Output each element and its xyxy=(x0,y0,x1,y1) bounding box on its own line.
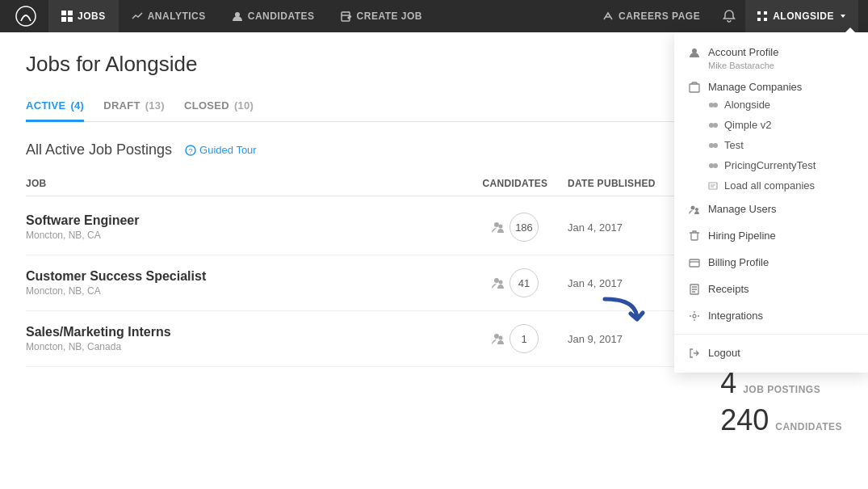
svg-point-13 xyxy=(494,222,499,227)
svg-rect-29 xyxy=(709,183,717,189)
stats-panel: 4 JOB POSTINGS 240 CANDIDATES xyxy=(720,366,842,441)
svg-rect-10 xyxy=(764,18,767,21)
candidate-count: 1 xyxy=(463,324,568,353)
svg-point-15 xyxy=(494,278,499,283)
nav-notifications[interactable] xyxy=(713,0,745,32)
menu-manage-users[interactable]: Manage Users xyxy=(674,196,868,222)
svg-rect-1 xyxy=(61,11,66,15)
section-title: All Active Job Postings xyxy=(26,141,172,158)
nav-careers-page[interactable]: CAREERS PAGE xyxy=(589,0,713,32)
logo[interactable] xyxy=(10,5,42,27)
svg-point-26 xyxy=(713,143,718,148)
menu-integrations[interactable]: Integrations xyxy=(674,302,868,329)
tab-active[interactable]: ACTIVE (4) xyxy=(26,93,84,122)
col-job: Job xyxy=(26,178,463,189)
job-info: Sales/Marketing Interns Moncton, NB, Can… xyxy=(26,325,463,352)
nav-jobs[interactable]: JOBS xyxy=(48,0,119,32)
nav-analytics[interactable]: ANALYTICS xyxy=(119,0,219,32)
svg-rect-20 xyxy=(690,84,699,92)
stat-label-jobs: JOB POSTINGS xyxy=(743,384,820,395)
nav-create-job[interactable]: CREATE JOB xyxy=(328,0,435,32)
arrow-indicator xyxy=(597,283,645,335)
count-badge-186: 186 xyxy=(509,213,539,242)
job-title: Software Engineer xyxy=(26,213,463,228)
svg-point-31 xyxy=(695,208,698,211)
tab-draft[interactable]: DRAFT (13) xyxy=(103,93,165,122)
svg-rect-2 xyxy=(68,11,73,15)
stat-number-candidates: 240 xyxy=(720,403,769,437)
svg-rect-4 xyxy=(68,17,73,22)
menu-logout[interactable]: Logout xyxy=(674,339,868,366)
svg-rect-32 xyxy=(690,259,699,267)
count-badge-1: 1 xyxy=(509,324,539,353)
svg-point-14 xyxy=(499,225,503,229)
stat-candidates: 240 CANDIDATES xyxy=(720,403,842,437)
svg-point-22 xyxy=(713,103,718,107)
menu-billing-profile[interactable]: Billing Profile xyxy=(674,249,868,276)
svg-point-24 xyxy=(713,123,718,128)
menu-company-test[interactable]: Test xyxy=(674,135,868,155)
menu-company-qimple[interactable]: Qimple v2 xyxy=(674,115,868,135)
nav-alongside-dropdown[interactable]: ALONGSIDE xyxy=(745,0,858,32)
job-title: Sales/Marketing Interns xyxy=(26,325,463,339)
menu-company-alongside[interactable]: Alongside xyxy=(674,95,868,115)
svg-point-18 xyxy=(499,336,503,340)
tab-closed[interactable]: CLOSED (10) xyxy=(184,93,254,122)
main-nav: JOBS ANALYTICS CANDIDATES CREATE JOB CAR… xyxy=(0,0,868,32)
svg-rect-7 xyxy=(757,11,761,15)
svg-point-16 xyxy=(499,280,503,285)
svg-point-17 xyxy=(494,334,499,339)
menu-manage-companies[interactable]: Manage Companies xyxy=(674,74,868,95)
alongside-dropdown-menu: Account Profile Mike Bastarache Manage C… xyxy=(674,32,868,373)
svg-rect-9 xyxy=(757,18,761,21)
count-badge-41: 41 xyxy=(509,268,539,297)
candidate-count: 186 xyxy=(463,213,568,242)
stat-label-candidates: CANDIDATES xyxy=(775,421,842,432)
svg-point-0 xyxy=(16,6,36,26)
account-name: Mike Bastarache xyxy=(674,61,868,74)
job-info: Software Engineer Moncton, NB, CA xyxy=(26,213,463,241)
menu-hiring-pipeline[interactable]: Hiring Pipeline xyxy=(674,222,868,249)
candidate-count: 41 xyxy=(463,268,568,297)
svg-point-28 xyxy=(713,163,718,168)
menu-load-all-companies[interactable]: Load all companies xyxy=(674,175,868,196)
svg-point-34 xyxy=(693,314,696,318)
svg-rect-8 xyxy=(764,11,767,15)
guided-tour-link[interactable]: ? Guided Tour xyxy=(185,144,257,156)
menu-company-pricing[interactable]: PricingCurrentyTest xyxy=(674,155,868,175)
svg-text:?: ? xyxy=(189,147,193,155)
nav-right: CAREERS PAGE ALONGSIDE xyxy=(589,0,858,32)
nav-candidates[interactable]: CANDIDATES xyxy=(219,0,328,32)
job-location: Moncton, NB, Canada xyxy=(26,341,463,352)
job-location: Moncton, NB, CA xyxy=(26,230,463,241)
menu-divider xyxy=(674,334,868,335)
job-info: Customer Success Specialist Moncton, NB,… xyxy=(26,269,463,297)
job-title: Customer Success Specialist xyxy=(26,269,463,284)
col-candidates: Candidates xyxy=(463,178,568,189)
svg-point-30 xyxy=(691,205,695,209)
job-location: Moncton, NB, CA xyxy=(26,285,463,297)
svg-rect-3 xyxy=(61,17,66,22)
menu-receipts[interactable]: Receipts xyxy=(674,276,868,302)
